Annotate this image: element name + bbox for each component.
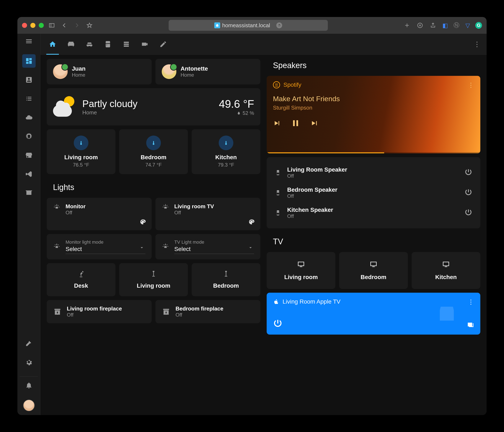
sidebar-settings-icon[interactable]	[22, 355, 36, 369]
light-button-desk[interactable]: Desk	[47, 263, 116, 296]
sidebar-toggle-icon[interactable]	[47, 21, 56, 30]
media-artist: Sturgill Simpson	[267, 104, 480, 115]
pause-icon[interactable]	[290, 118, 301, 128]
power-icon[interactable]	[273, 319, 283, 329]
avatar-antonette	[162, 64, 176, 79]
apple-icon	[273, 298, 279, 305]
share-button[interactable]	[428, 21, 438, 30]
speaker-icon	[275, 209, 281, 217]
speaker-list: Living Room Speaker Off Bedroom Speaker …	[267, 157, 480, 228]
thermometer-icon	[219, 135, 233, 150]
power-icon[interactable]	[464, 168, 472, 177]
power-icon[interactable]	[464, 188, 472, 197]
tab-home-icon[interactable]	[47, 38, 58, 50]
light-icon	[53, 203, 61, 212]
power-icon[interactable]	[464, 208, 472, 217]
apple-tv-name: Living Room Apple TV	[283, 298, 341, 305]
tv-tile-living-room[interactable]: Living room	[267, 252, 335, 289]
view-tabs: ⋮	[40, 34, 487, 55]
tab-car-icon[interactable]	[84, 38, 95, 50]
select-monitor-mode[interactable]: Monitor light mode Select	[47, 234, 152, 259]
temp-tile-bedroom[interactable]: Bedroom 74.7 °F	[119, 129, 188, 174]
url-text: homeassistant.local	[222, 22, 270, 29]
media-overflow-icon[interactable]: ⋮	[468, 298, 474, 306]
sidebar-vscode-icon[interactable]	[22, 167, 36, 181]
menu-toggle-icon[interactable]	[25, 37, 33, 46]
sidebar-overview-icon[interactable]	[22, 54, 36, 68]
address-bar[interactable]: homeassistant.local	[169, 20, 328, 31]
tab-sofa-icon[interactable]	[65, 38, 77, 50]
speaker-icon	[275, 189, 281, 197]
user-avatar[interactable]	[23, 399, 35, 411]
tab-edit-icon[interactable]	[157, 38, 169, 50]
light-card-lr-tv[interactable]: Living room TV Off	[155, 198, 260, 230]
tv-tile-kitchen[interactable]: Kitchen	[412, 252, 480, 289]
select-tv-mode[interactable]: TV Light mode Select	[155, 234, 260, 259]
close-window-button[interactable]	[22, 23, 27, 28]
person-card-antonette[interactable]: Antonette Home	[155, 59, 260, 84]
downloads-button[interactable]	[415, 21, 425, 30]
svg-rect-1	[49, 23, 54, 27]
person-state: Home	[72, 72, 85, 78]
overflow-menu-icon[interactable]: ⋮	[474, 40, 480, 48]
sidebar-logbook-icon[interactable]	[22, 92, 36, 105]
light-icon	[162, 203, 169, 212]
video-library-icon[interactable]	[467, 321, 474, 329]
media-title: Make Art Not Friends	[267, 94, 480, 104]
extension-icon-shield[interactable]: ▽	[464, 22, 472, 29]
next-track-icon[interactable]	[310, 119, 318, 127]
color-palette-icon[interactable]	[140, 218, 146, 226]
temp-tile-kitchen[interactable]: Kitchen 79.3 °F	[192, 129, 260, 174]
extension-icon-grammarly[interactable]: G	[475, 22, 482, 29]
temp-tile-living-room[interactable]: Living room 76.5 °F	[47, 129, 116, 174]
extension-icon-1[interactable]: ◧	[441, 22, 449, 29]
light-button-living-room[interactable]: Living room	[119, 263, 188, 296]
reload-icon[interactable]	[276, 22, 282, 28]
sidebar-devtools-icon[interactable]	[22, 336, 36, 350]
light-icon	[53, 243, 61, 251]
tab-fridge-icon[interactable]	[102, 38, 114, 50]
tab-camera-icon[interactable]	[139, 38, 151, 50]
speaker-living-room[interactable]: Living Room Speaker Off	[273, 162, 474, 183]
speaker-kitchen[interactable]: Kitchen Speaker Off	[273, 203, 474, 223]
fireplace-bedroom[interactable]: Bedroom fireplace Off	[155, 300, 260, 323]
speakers-section-title: Speakers	[267, 59, 480, 72]
tab-server-icon[interactable]	[120, 38, 132, 50]
chevron-down-icon	[139, 245, 144, 251]
fireplace-living-room[interactable]: Living room fireplace Off	[47, 300, 152, 323]
media-player-spotify[interactable]: Spotify Make Art Not Friends Sturgill Si…	[267, 76, 480, 153]
sidebar-account-icon[interactable]	[22, 73, 36, 87]
color-palette-icon[interactable]	[248, 218, 255, 226]
weather-card[interactable]: Partly cloudy Home 49.6 °F 52 %	[47, 88, 260, 126]
progress-bar[interactable]	[267, 152, 480, 153]
light-button-bedroom[interactable]: Bedroom	[192, 263, 260, 296]
tv-icon	[369, 261, 378, 268]
new-tab-button[interactable]	[402, 21, 412, 30]
light-card-monitor[interactable]: Monitor Off	[47, 198, 152, 230]
person-name: Juan	[72, 65, 85, 72]
maximize-window-button[interactable]	[39, 23, 44, 28]
sidebar-media-icon[interactable]	[22, 186, 36, 200]
speaker-bedroom[interactable]: Bedroom Speaker Off	[273, 183, 474, 203]
minimize-window-button[interactable]	[30, 23, 36, 28]
person-card-juan[interactable]: Juan Home	[47, 59, 152, 84]
sidebar-hacs-icon[interactable]	[22, 149, 36, 162]
speaker-icon	[275, 169, 281, 176]
media-player-apple-tv[interactable]: Living Room Apple TV ⋮	[267, 293, 480, 334]
media-overflow-icon[interactable]: ⋮	[468, 81, 474, 89]
back-button[interactable]	[60, 21, 69, 30]
tv-tile-bedroom[interactable]: Bedroom	[339, 252, 408, 289]
right-column: Speakers Spotify Make Art Not Friends St…	[267, 59, 480, 409]
person-state: Home	[180, 72, 194, 78]
titlebar: homeassistant.local ◧ Ⓝ ▽ G	[17, 17, 487, 34]
prev-track-icon[interactable]	[273, 119, 281, 127]
sidebar-cloud-icon[interactable]	[22, 111, 36, 124]
thermometer-icon	[74, 135, 88, 150]
forward-button	[72, 21, 81, 30]
sidebar-addons-icon[interactable]	[22, 130, 36, 143]
traffic-lights	[22, 23, 44, 28]
extension-icon-notion[interactable]: Ⓝ	[453, 22, 460, 29]
sidebar-notifications-icon[interactable]	[22, 378, 36, 392]
tv-icon	[441, 261, 450, 268]
bookmark-icon[interactable]	[85, 21, 94, 30]
